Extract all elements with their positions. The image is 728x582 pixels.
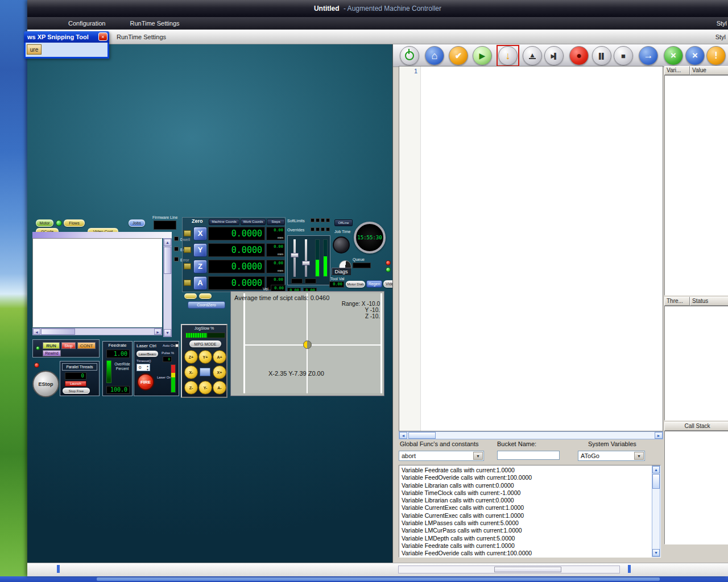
- scroll-right-icon[interactable]: ►: [655, 432, 663, 439]
- submenu-runtime-settings[interactable]: RunTime Settings: [117, 34, 166, 40]
- video-button[interactable]: Video: [383, 280, 393, 288]
- close-button[interactable]: ×: [98, 32, 107, 41]
- toolbar-download-button[interactable]: ↓: [498, 46, 518, 65]
- window-hscroll-thumb[interactable]: [494, 567, 561, 572]
- regen-button[interactable]: Regen: [366, 280, 382, 288]
- gcode-hscroll-thumb[interactable]: [41, 329, 75, 335]
- scroll-down-icon[interactable]: ▼: [164, 329, 171, 336]
- spinner-arrows-icon[interactable]: ▲▼: [146, 364, 149, 371]
- chevron-down-icon[interactable]: ▼: [634, 452, 644, 460]
- system-variables-dropdown[interactable]: AToGo ▼: [578, 451, 645, 461]
- mpg-mode-button[interactable]: MPG MODE: [189, 340, 221, 347]
- slider-track[interactable]: [293, 239, 296, 277]
- gcode-vscroll-thumb[interactable]: [164, 247, 171, 274]
- variables-table-body[interactable]: [664, 75, 728, 296]
- code-editor[interactable]: 1: [399, 66, 663, 431]
- axis-zero-chip[interactable]: [184, 280, 191, 286]
- toolbar-power-button[interactable]: [400, 46, 419, 65]
- jog-z-minus-button[interactable]: Z-: [184, 381, 198, 394]
- taskbar[interactable]: [0, 576, 728, 582]
- coord-zero-button[interactable]: CoordZero: [188, 301, 225, 309]
- axis-x-button[interactable]: X: [193, 227, 207, 240]
- scroll-up-icon[interactable]: ▲: [652, 466, 660, 473]
- log-vscrollbar[interactable]: ▲ ▼: [652, 465, 660, 557]
- variables-col-name[interactable]: Vari...: [664, 66, 690, 75]
- stop-button[interactable]: Stop: [61, 342, 76, 349]
- editor-hscroll-thumb[interactable]: [408, 432, 436, 439]
- window-titlebar[interactable]: Untitled - Augmented Machine Controller: [27, 0, 728, 17]
- toolbar-eject-button[interactable]: ▲: [523, 46, 542, 65]
- slider-thumb[interactable]: [302, 261, 310, 265]
- cont-button[interactable]: CONT: [77, 342, 96, 349]
- bucket-name-input[interactable]: [497, 451, 560, 460]
- gcode-vscrollbar[interactable]: ▲ ▼: [163, 238, 172, 337]
- scroll-right-icon[interactable]: ►: [154, 329, 162, 335]
- variables-col-value[interactable]: Value: [690, 66, 728, 75]
- toolbar-next-button[interactable]: →: [639, 46, 658, 65]
- laser-beam-button[interactable]: LaserBeam: [136, 351, 158, 357]
- motor-diag-button[interactable]: Motor Diab: [346, 281, 365, 288]
- jog-y-minus-button[interactable]: Y-: [198, 381, 212, 394]
- fire-button[interactable]: FIRE: [137, 373, 154, 390]
- window-hscrollbar[interactable]: [398, 566, 620, 573]
- toolbar-pause-button[interactable]: ▌▌: [592, 46, 611, 65]
- threads-table-body[interactable]: [664, 306, 728, 421]
- run-button[interactable]: RUN: [43, 342, 60, 349]
- script-log-output[interactable]: Variable Feedrate calls with current:1.0…: [399, 465, 661, 558]
- toolbar-record-button[interactable]: ●: [569, 46, 589, 65]
- jog-a-plus-button[interactable]: A+: [213, 350, 226, 364]
- offline-button[interactable]: OffLine: [334, 219, 353, 226]
- jog-y-plus-button[interactable]: Y+: [198, 350, 212, 364]
- toolbar-warning-button[interactable]: !: [706, 46, 726, 65]
- scroll-down-icon[interactable]: ▼: [652, 549, 660, 556]
- auto-on-checkbox[interactable]: [175, 344, 179, 347]
- jog-x-minus-button[interactable]: X-: [184, 365, 198, 379]
- submenu-style-cut[interactable]: Styl: [715, 30, 726, 44]
- machine-coords-button[interactable]: Machine Coords: [209, 219, 239, 225]
- offset-chip[interactable]: [184, 293, 197, 299]
- feed-knob[interactable]: [333, 236, 350, 253]
- launch-thread-button[interactable]: Launch: [65, 381, 86, 386]
- editor-hscrollbar[interactable]: ◄ ►: [399, 431, 663, 439]
- work-coords-button[interactable]: Work Coords: [241, 219, 266, 225]
- taskbar-window-button[interactable]: [97, 577, 660, 581]
- menu-runtime-settings[interactable]: RunTime Settings: [125, 20, 185, 27]
- axis-a-button[interactable]: A: [193, 276, 207, 290]
- flows-button[interactable]: Flows: [64, 219, 85, 227]
- global-funcs-dropdown[interactable]: abort ▼: [399, 451, 484, 461]
- slider-thumb[interactable]: [291, 253, 299, 257]
- axis-zero-chip[interactable]: [184, 247, 191, 253]
- jobs-button[interactable]: Jobs: [129, 219, 145, 227]
- axis-zero-chip[interactable]: [184, 230, 191, 236]
- toolbar-play-button[interactable]: ▶: [473, 46, 492, 65]
- toolbar-skip-end-button[interactable]: ▶▌: [544, 46, 564, 65]
- slider-track[interactable]: [305, 239, 307, 277]
- menu-style-cut[interactable]: Styl: [717, 17, 727, 30]
- offset-chip[interactable]: [199, 293, 212, 299]
- scroll-up-icon[interactable]: ▲: [164, 239, 171, 246]
- toolbar-close-blue-button[interactable]: ×: [685, 46, 705, 65]
- gcode-hscrollbar[interactable]: ◄ ►: [32, 328, 162, 335]
- toolbar-close-green-button[interactable]: ×: [664, 46, 683, 65]
- rewind-button[interactable]: Rewind: [43, 350, 61, 356]
- scroll-left-icon[interactable]: ◄: [399, 432, 407, 439]
- snipping-titlebar[interactable]: ws XP Snipping Tool: [24, 31, 109, 43]
- menu-configuration[interactable]: Configuration: [63, 20, 111, 27]
- chevron-down-icon[interactable]: ▼: [473, 452, 483, 460]
- threads-col-name[interactable]: Thre...: [664, 297, 690, 306]
- motor-button[interactable]: Motor: [36, 219, 53, 227]
- axis-z-button[interactable]: Z: [193, 260, 207, 273]
- estop-button[interactable]: EStop: [32, 371, 59, 397]
- capture-button-cut[interactable]: ure: [27, 44, 42, 55]
- threads-col-status[interactable]: Status: [690, 297, 728, 306]
- log-vscroll-thumb[interactable]: [652, 474, 660, 489]
- scroll-left-icon[interactable]: ◄: [33, 329, 40, 335]
- call-stack-header[interactable]: Call Stack: [664, 422, 728, 431]
- axis-y-button[interactable]: Y: [193, 243, 207, 257]
- timeout-spinner[interactable]: 0▲▼: [136, 364, 150, 371]
- axis-zero-chip[interactable]: [184, 263, 191, 269]
- toolbar-home-button[interactable]: ⌂: [425, 46, 444, 65]
- steps-button[interactable]: Steps: [267, 219, 285, 225]
- diags-button[interactable]: Diags: [332, 268, 351, 275]
- toolbar-check-button[interactable]: ✔: [449, 46, 468, 65]
